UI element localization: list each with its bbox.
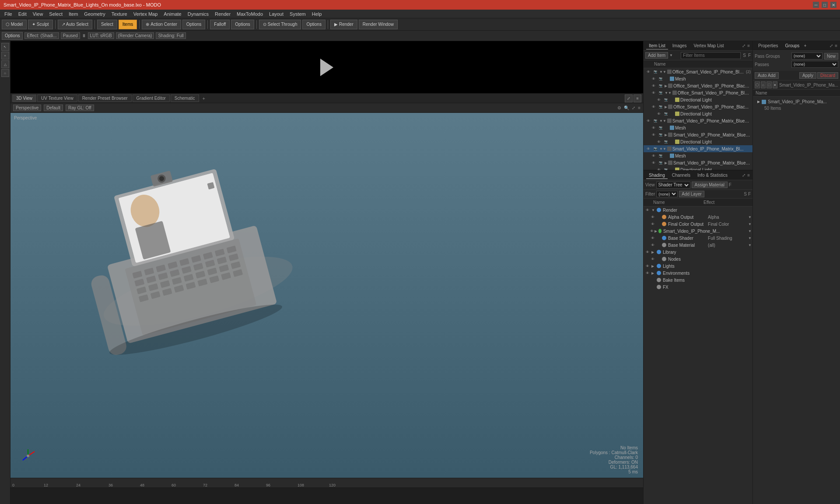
tab-render-preset[interactable]: Render Preset Browser	[78, 94, 132, 102]
render-icon-3[interactable]: 📷	[652, 146, 658, 152]
expand-icon-sg1[interactable]: ▶	[665, 84, 667, 88]
eye-icon-dl1[interactable]: 👁	[656, 97, 662, 103]
menu-geometry[interactable]: Geometry	[81, 10, 108, 18]
render-icon-2[interactable]: 📷	[652, 118, 658, 124]
menu-texture[interactable]: Texture	[109, 10, 130, 18]
menu-file[interactable]: File	[2, 10, 15, 18]
default-label[interactable]: Default	[44, 105, 63, 111]
shader-tree-select[interactable]: Shader Tree	[656, 182, 690, 189]
options-3-button[interactable]: Options	[302, 20, 325, 29]
item-group-1[interactable]: 👁 📷 ▼ Office_Smart_Video_IP_Phone_Black …	[644, 68, 752, 75]
render-icon-m1[interactable]: 📷	[658, 76, 664, 82]
sh-arrow-lib[interactable]: ▶	[651, 250, 656, 254]
sh-dropdown-sv[interactable]: ▼	[748, 229, 752, 233]
sh-eye-bm[interactable]: 👁	[650, 242, 656, 248]
item-group-3[interactable]: 👁 📷 ▼ Smart_Video_IP_Phone_Matrix_Bl...	[644, 145, 752, 152]
expand-icon-sg2[interactable]: ▶	[665, 105, 667, 109]
item-list-expand-icon[interactable]: ⤢	[742, 43, 746, 48]
tab-groups[interactable]: Groups	[783, 42, 802, 49]
render-icon-lg1[interactable]: 📷	[658, 90, 664, 96]
menu-view[interactable]: View	[30, 10, 46, 18]
menu-maxtomodo[interactable]: MaxToModo	[234, 10, 266, 18]
sh-eye-sv[interactable]: 👁	[650, 228, 654, 234]
menu-edit[interactable]: Edit	[16, 10, 29, 18]
filter-items-input[interactable]	[681, 52, 741, 59]
sh-arrow-finalcolor[interactable]: ▼	[748, 222, 752, 226]
item-mesh-3[interactable]: 👁 📷 Mesh	[644, 152, 752, 159]
icon-tab-4[interactable]: ●	[773, 81, 778, 88]
eye-icon-dl4[interactable]: 👁	[656, 167, 662, 170]
preview-play-button[interactable]	[316, 56, 338, 78]
add-layer-button[interactable]: Add Layer	[679, 191, 704, 197]
sh-baseshader-row[interactable]: 👁 Base Shader Full Shading ▼	[644, 234, 752, 242]
items-button[interactable]: Items	[119, 20, 137, 29]
groups-add-icon[interactable]: +	[804, 43, 806, 48]
sh-arrow-lights[interactable]: ▶	[651, 264, 656, 268]
render-icon-m3[interactable]: 📷	[658, 153, 664, 159]
menu-system[interactable]: System	[287, 10, 308, 18]
item-list-content[interactable]: 👁 📷 ▼ Office_Smart_Video_IP_Phone_Black …	[644, 68, 752, 170]
menu-vertex-map[interactable]: Vertex Map	[131, 10, 161, 18]
item-subgroup-2[interactable]: 👁 📷 ▶ Office_Smart_Video_IP_Phone_Blac..…	[644, 103, 752, 110]
group-main-item[interactable]: ▶ Smart_Video_IP_Phone_Ma...	[756, 98, 837, 105]
sh-eye-alpha[interactable]: 👁	[650, 214, 656, 220]
render-icon-sg3[interactable]: 📷	[658, 132, 664, 138]
sh-eye-lib[interactable]: 👁	[644, 249, 651, 255]
eye-icon-3[interactable]: 👁	[645, 146, 651, 152]
3d-viewport[interactable]: Perspective No Items Polygons : Catmull-…	[10, 113, 643, 478]
render-icon-1[interactable]: 📷	[652, 69, 658, 75]
timeline-content[interactable]	[10, 488, 643, 504]
tab-properties[interactable]: Properties	[756, 42, 781, 49]
sh-eye-finalcolor[interactable]: 👁	[650, 221, 656, 227]
props-expand-icon[interactable]: ⤢	[830, 43, 833, 48]
select-button[interactable]: Select	[97, 20, 117, 29]
sh-library-row[interactable]: 👁 ▶ Library	[644, 248, 752, 256]
group-main-arrow[interactable]: ▶	[757, 100, 760, 104]
eye-icon-dl3[interactable]: 👁	[656, 139, 662, 145]
add-item-arrow[interactable]: ▼	[669, 53, 673, 57]
close-button[interactable]: ✕	[830, 2, 836, 8]
item-dir-light-3[interactable]: 👁 📷 Directional Light	[644, 138, 752, 145]
item-dir-light-2[interactable]: 👁 📷 Directional Light	[644, 110, 752, 117]
tab-schematic[interactable]: Schematic	[171, 94, 199, 102]
tab-add[interactable]: +	[200, 95, 208, 102]
item-subgroup-4[interactable]: 👁 📷 ▶ Smart_Video_IP_Phone_Matrix_Blue_l…	[644, 159, 752, 166]
sh-eye-nodes[interactable]: 👁	[650, 256, 656, 262]
tool-1[interactable]: ↖	[1, 43, 9, 51]
render-icon-m2[interactable]: 📷	[658, 125, 664, 131]
item-dir-light-1[interactable]: 👁 📷 Directional Light	[644, 96, 752, 103]
item-mesh-1[interactable]: 👁 📷 Mesh	[644, 75, 752, 82]
vp-settings-icon[interactable]: ⚙	[617, 105, 621, 110]
icon-tab-1[interactable]: ⬡	[755, 81, 760, 88]
render-icon-dl2[interactable]: 📷	[663, 111, 669, 117]
menu-item[interactable]: Item	[66, 10, 80, 18]
eye-icon-m3[interactable]: 👁	[651, 153, 657, 159]
sh-arrow-alpha[interactable]: ▼	[748, 215, 752, 219]
item-subgroup-3[interactable]: 👁 📷 ▶ Smart_Video_IP_Phone_Matrix_Blue (…	[644, 131, 752, 138]
discard-button[interactable]: Discard	[817, 72, 838, 79]
shading-menu-icon[interactable]: ≡	[747, 173, 750, 178]
auto-add-button[interactable]: Auto Add	[755, 72, 779, 79]
menu-select[interactable]: Select	[46, 10, 65, 18]
eye-icon-1[interactable]: 👁	[645, 69, 651, 75]
eye-icon-sg3[interactable]: 👁	[651, 132, 657, 138]
item-lights-group-1[interactable]: 👁 📷 ▼ Office_Smart_Video_IP_Phone_Black_…	[644, 89, 752, 96]
sh-arrow-env[interactable]: ▶	[651, 271, 656, 275]
sh-arrow-bs[interactable]: ▼	[748, 236, 752, 240]
perspective-label[interactable]: Perspective	[13, 105, 41, 111]
expand-icon-1[interactable]: ▼	[659, 70, 666, 74]
icon-tab-3[interactable]: □	[766, 81, 772, 88]
tab-item-list[interactable]: Item List	[646, 42, 668, 49]
sh-alpha-row[interactable]: 👁 Alpha Output Alpha ▼	[644, 214, 752, 220]
sh-finalcolor-row[interactable]: 👁 Final Color Output Final Color ▼	[644, 220, 752, 228]
menu-render[interactable]: Render	[212, 10, 233, 18]
auto-select-button[interactable]: ↗ Auto Select	[58, 20, 92, 29]
props-menu-icon[interactable]: ≡	[835, 43, 837, 48]
eye-icon-m1[interactable]: 👁	[651, 76, 657, 82]
shading-expand-icon[interactable]: ⤢	[742, 173, 746, 178]
render-icon-sg2[interactable]: 📷	[658, 104, 664, 110]
viewport-menu-button[interactable]: ≡	[634, 94, 641, 102]
eye-icon-sg2[interactable]: 👁	[651, 104, 657, 110]
falloff-button[interactable]: Falloff	[210, 20, 230, 29]
tab-channels[interactable]: Channels	[669, 172, 693, 178]
